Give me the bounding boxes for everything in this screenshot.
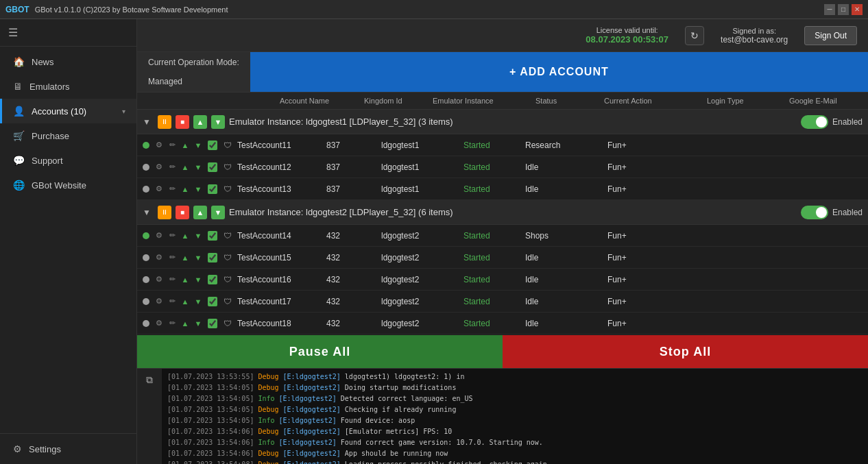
group1-up-button[interactable]: ▲ bbox=[193, 115, 207, 129]
row2-settings-button[interactable]: ⚙ bbox=[153, 161, 165, 173]
hamburger-icon[interactable]: ☰ bbox=[8, 26, 18, 39]
group1-toggle[interactable] bbox=[801, 115, 828, 129]
row5-down-button[interactable]: ▼ bbox=[192, 252, 204, 264]
sidebar-item-support[interactable]: 💬 Support bbox=[0, 148, 136, 173]
sidebar-item-purchase[interactable]: 🛒 Purchase bbox=[0, 123, 136, 148]
row1-up-button[interactable]: ▲ bbox=[179, 139, 191, 151]
log-message: App should be running now bbox=[345, 448, 448, 459]
sidebar-item-accounts[interactable]: 👤 Accounts (10) ▾ bbox=[0, 99, 136, 123]
row8-settings-button[interactable]: ⚙ bbox=[153, 317, 165, 330]
group2-down-button[interactable]: ▼ bbox=[211, 206, 225, 219]
group2-toggle[interactable] bbox=[801, 206, 828, 219]
sidebar-item-news[interactable]: 🏠 News bbox=[0, 49, 136, 74]
row3-checkbox[interactable] bbox=[208, 184, 217, 194]
close-button[interactable]: ✕ bbox=[852, 4, 863, 15]
row8-checkbox[interactable] bbox=[208, 319, 217, 328]
sidebar-label-accounts: Accounts (10) bbox=[32, 106, 115, 117]
group2-collapse-button[interactable]: ▼ bbox=[143, 208, 154, 217]
row3-settings-button[interactable]: ⚙ bbox=[153, 183, 165, 195]
row7-emulator: ldgogtest2 bbox=[378, 297, 461, 306]
group1-down-button[interactable]: ▼ bbox=[211, 115, 225, 129]
group2-pause-button[interactable]: ⏸ bbox=[158, 206, 171, 219]
row1-down-button[interactable]: ▼ bbox=[192, 139, 204, 151]
row5-login-type: Fun+ bbox=[605, 253, 660, 262]
sidebar-item-emulators[interactable]: 🖥 Emulators bbox=[0, 74, 136, 99]
row1-edit-button[interactable]: ✏ bbox=[166, 139, 178, 151]
row8-down-button[interactable]: ▼ bbox=[192, 317, 204, 330]
sidebar-label-purchase: Purchase bbox=[32, 131, 125, 141]
group2-up-button[interactable]: ▲ bbox=[193, 206, 207, 219]
row1-settings-button[interactable]: ⚙ bbox=[153, 139, 165, 151]
sidebar-header: ☰ bbox=[0, 19, 136, 47]
maximize-button[interactable]: □ bbox=[838, 4, 849, 15]
row2-down-button[interactable]: ▼ bbox=[192, 161, 204, 173]
log-copy-button[interactable]: ⧉ bbox=[137, 369, 162, 464]
row6-down-button[interactable]: ▼ bbox=[192, 273, 204, 286]
row1-checkbox[interactable] bbox=[208, 141, 217, 150]
row8-kingdom: 432 bbox=[324, 319, 378, 328]
refresh-button[interactable]: ↻ bbox=[685, 26, 704, 45]
row3-edit-button[interactable]: ✏ bbox=[166, 183, 178, 195]
row5-settings-button[interactable]: ⚙ bbox=[153, 252, 165, 264]
row6-status: Started bbox=[461, 275, 522, 284]
group1-pause-button[interactable]: ⏸ bbox=[158, 115, 171, 129]
main-content: License valid until: 08.07.2023 00:53:07… bbox=[137, 19, 868, 464]
row7-checkbox[interactable] bbox=[208, 297, 217, 306]
sidebar-item-settings[interactable]: ⚙ Settings bbox=[0, 437, 136, 461]
log-context: [E:ldgogtest2] bbox=[283, 459, 341, 464]
row2-checkbox[interactable] bbox=[208, 162, 217, 172]
group1-toggle-label: Enabled bbox=[832, 117, 863, 127]
row6-login-type: Fun+ bbox=[605, 275, 660, 284]
row2-edit-button[interactable]: ✏ bbox=[166, 161, 178, 173]
row6-controls: ⚙ ✏ ▲ ▼ 🛡 bbox=[143, 273, 234, 286]
group2-stop-button[interactable]: ■ bbox=[176, 206, 189, 219]
row3-down-button[interactable]: ▼ bbox=[192, 183, 204, 195]
row5-edit-button[interactable]: ✏ bbox=[166, 252, 178, 264]
row7-settings-button[interactable]: ⚙ bbox=[153, 295, 165, 308]
row6-account-name: TestAccount16 bbox=[234, 275, 324, 284]
row4-status-dot bbox=[143, 232, 149, 239]
log-message: Found device: aosp bbox=[341, 415, 415, 426]
row2-status: Started bbox=[461, 162, 522, 172]
log-line: [01.07.2023 13:54:06]Info[E:ldgogtest2]F… bbox=[167, 437, 863, 448]
minimize-button[interactable]: ─ bbox=[824, 4, 835, 15]
row5-action: Idle bbox=[522, 253, 605, 262]
row7-down-button[interactable]: ▼ bbox=[192, 295, 204, 308]
home-icon: 🏠 bbox=[13, 56, 25, 67]
add-account-button[interactable]: + ADD ACCOUNT bbox=[250, 52, 868, 92]
row4-checkbox[interactable] bbox=[208, 231, 217, 241]
row4-down-button[interactable]: ▼ bbox=[192, 230, 204, 242]
row5-checkbox[interactable] bbox=[208, 253, 217, 262]
row7-up-button[interactable]: ▲ bbox=[179, 295, 191, 308]
row6-checkbox[interactable] bbox=[208, 275, 217, 284]
row6-edit-button[interactable]: ✏ bbox=[166, 273, 178, 286]
row3-up-button[interactable]: ▲ bbox=[179, 183, 191, 195]
table-row: ⚙ ✏ ▲ ▼ 🛡 TestAccount12 837 ldgogtest1 S… bbox=[137, 156, 868, 178]
row8-edit-button[interactable]: ✏ bbox=[166, 317, 178, 330]
row4-edit-button[interactable]: ✏ bbox=[166, 230, 178, 242]
row6-up-button[interactable]: ▲ bbox=[179, 273, 191, 286]
operation-mode-bar: Current Operation Mode: Managed + ADD AC… bbox=[137, 52, 868, 93]
sidebar-item-website[interactable]: 🌐 GBot Website bbox=[0, 173, 136, 197]
row8-up-button[interactable]: ▲ bbox=[179, 317, 191, 330]
group1-collapse-button[interactable]: ▼ bbox=[143, 117, 154, 127]
op-mode-text: Current Operation Mode: Managed bbox=[148, 58, 239, 86]
row6-settings-button[interactable]: ⚙ bbox=[153, 273, 165, 286]
user-icon: 👤 bbox=[13, 106, 25, 117]
row7-shield-icon: 🛡 bbox=[224, 297, 232, 306]
group1-stop-button[interactable]: ■ bbox=[176, 115, 189, 129]
log-line: [01.07.2023 13:54:05]Debug[E:ldgogtest2]… bbox=[167, 382, 863, 393]
title-bar: GBOT GBot v1.0.1.0 (C)2023 by Botcave So… bbox=[0, 0, 868, 19]
pause-all-button[interactable]: Pause All bbox=[137, 335, 503, 368]
stop-all-button[interactable]: Stop All bbox=[503, 335, 868, 368]
row7-edit-button[interactable]: ✏ bbox=[166, 295, 178, 308]
log-level: Debug bbox=[258, 382, 278, 393]
row4-up-button[interactable]: ▲ bbox=[179, 230, 191, 242]
sign-out-button[interactable]: Sign Out bbox=[804, 26, 857, 45]
row7-action: Idle bbox=[522, 297, 605, 306]
row7-login-type: Fun+ bbox=[605, 297, 660, 306]
row4-settings-button[interactable]: ⚙ bbox=[153, 230, 165, 242]
row5-up-button[interactable]: ▲ bbox=[179, 252, 191, 264]
row2-up-button[interactable]: ▲ bbox=[179, 161, 191, 173]
globe-icon: 🌐 bbox=[13, 180, 25, 191]
